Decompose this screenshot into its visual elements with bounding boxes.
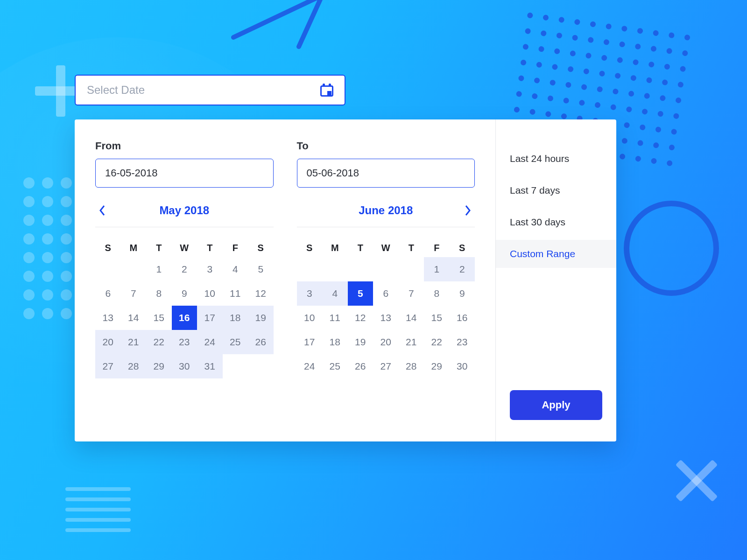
calendar-day[interactable]: 19 [248,306,274,330]
preset-option[interactable]: Last 24 hours [496,145,616,173]
calendar-day[interactable]: 23 [172,330,197,354]
to-label: To [297,140,475,152]
to-column: To 05-06-2018 June 2018 SMTWTFS123456789… [297,140,475,425]
calendar-day[interactable]: 2 [450,257,475,281]
preset-sidebar: Last 24 hoursLast 7 daysLast 30 daysCust… [495,119,616,441]
calendar-day[interactable]: 26 [348,354,374,378]
calendar-day[interactable]: 6 [95,281,121,306]
apply-button[interactable]: Apply [510,390,602,420]
calendar-day[interactable]: 28 [121,354,147,378]
select-date-placeholder: Select Date [87,84,145,97]
calendar-day[interactable]: 25 [322,354,348,378]
preset-option[interactable]: Last 7 days [496,176,616,204]
calendar-day[interactable]: 8 [424,281,450,306]
calendar-day[interactable]: 4 [322,281,348,306]
calendar-day[interactable]: 27 [95,354,121,378]
from-label: From [95,140,274,152]
weekday-header: M [121,238,147,257]
apply-label: Apply [542,399,570,411]
calendar-day[interactable]: 31 [197,354,223,378]
calendar-day[interactable]: 21 [399,330,424,354]
to-date-input[interactable]: 05-06-2018 [297,159,475,188]
calendar-day[interactable]: 10 [297,306,323,330]
calendar-day[interactable]: 8 [146,281,172,306]
calendar-day[interactable]: 7 [121,281,147,306]
calendar-day[interactable]: 13 [95,306,121,330]
calendar-day[interactable]: 28 [399,354,424,378]
calendar-day[interactable]: 16 [172,306,197,330]
calendar-day[interactable]: 5 [348,281,374,306]
calendar-day[interactable]: 4 [223,257,248,281]
calendar-day[interactable]: 9 [172,281,197,306]
weekday-header: W [172,238,197,257]
calendar-day[interactable]: 2 [172,257,197,281]
prev-month-button[interactable] [95,203,109,217]
calendar-day[interactable]: 23 [450,330,475,354]
weekday-header: S [297,238,323,257]
weekday-header: S [95,238,121,257]
calendar-day[interactable]: 25 [223,330,248,354]
calendar-icon [320,84,333,97]
calendar-day[interactable]: 1 [424,257,450,281]
preset-option[interactable]: Custom Range [496,240,616,268]
calendar-day[interactable]: 11 [322,306,348,330]
weekday-header: S [450,238,475,257]
calendar-day[interactable]: 12 [348,306,374,330]
calendar-day[interactable]: 21 [121,330,147,354]
weekday-header: F [223,238,248,257]
calendar-day[interactable]: 13 [373,306,399,330]
calendar-grid-left: SMTWTFS123456789101112131415161718192021… [95,238,274,378]
calendar-day[interactable]: 14 [399,306,424,330]
calendar-day[interactable]: 1 [146,257,172,281]
calendar-day[interactable]: 7 [399,281,424,306]
calendar-day[interactable]: 15 [146,306,172,330]
date-range-panel: From 16-05-2018 May 2018 SMTWTFS12345678… [75,119,616,441]
calendar-day[interactable]: 20 [373,330,399,354]
calendar-day[interactable]: 22 [146,330,172,354]
weekday-header: T [146,238,172,257]
from-column: From 16-05-2018 May 2018 SMTWTFS12345678… [95,140,274,425]
calendar-day[interactable]: 29 [424,354,450,378]
calendar-day[interactable]: 24 [297,354,323,378]
calendar-day[interactable]: 16 [450,306,475,330]
month-title-left: May 2018 [109,204,260,217]
weekday-header: M [322,238,348,257]
calendar-day[interactable]: 14 [121,306,147,330]
calendar-day[interactable]: 10 [197,281,223,306]
next-month-button[interactable] [461,203,475,217]
calendar-day[interactable]: 29 [146,354,172,378]
calendar-day[interactable]: 5 [248,257,274,281]
weekday-header: T [197,238,223,257]
calendar-day[interactable]: 20 [95,330,121,354]
to-date-value: 05-06-2018 [307,167,359,179]
calendar-day[interactable]: 9 [450,281,475,306]
calendar-day[interactable]: 24 [197,330,223,354]
calendar-day[interactable]: 30 [450,354,475,378]
calendar-day[interactable]: 15 [424,306,450,330]
calendar-day[interactable]: 18 [322,330,348,354]
calendar-day[interactable]: 12 [248,281,274,306]
month-title-right: June 2018 [311,204,461,217]
calendar-day[interactable]: 22 [424,330,450,354]
calendar-day[interactable]: 19 [348,330,374,354]
preset-option[interactable]: Last 30 days [496,208,616,236]
weekday-header: T [348,238,374,257]
calendar-day[interactable]: 17 [297,330,323,354]
calendar-grid-right: SMTWTFS123456789101112131415161718192021… [297,238,475,378]
from-date-value: 16-05-2018 [105,167,158,179]
calendar-day[interactable]: 3 [297,281,323,306]
select-date-input[interactable]: Select Date [75,75,345,105]
weekday-header: S [248,238,274,257]
calendar-day[interactable]: 30 [172,354,197,378]
weekday-header: F [424,238,450,257]
from-date-input[interactable]: 16-05-2018 [95,159,274,188]
calendar-day[interactable]: 27 [373,354,399,378]
calendar-day[interactable]: 11 [223,281,248,306]
weekday-header: T [399,238,424,257]
calendar-day[interactable]: 3 [197,257,223,281]
calendar-day[interactable]: 18 [223,306,248,330]
weekday-header: W [373,238,399,257]
calendar-day[interactable]: 6 [373,281,399,306]
calendar-day[interactable]: 26 [248,330,274,354]
calendar-day[interactable]: 17 [197,306,223,330]
